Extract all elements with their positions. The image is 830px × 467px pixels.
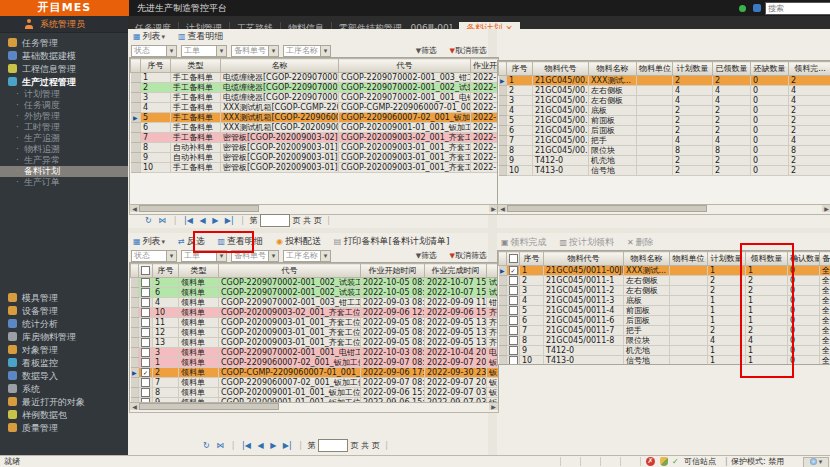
chevron-down-icon[interactable]: ▾: [320, 251, 330, 261]
row-checkbox[interactable]: [509, 276, 518, 285]
column-header[interactable]: 还缺数量: [751, 62, 789, 76]
tab-2[interactable]: 工艺路线: [229, 22, 280, 29]
row-checkbox[interactable]: [509, 356, 518, 365]
table-row[interactable]: 10T413-0信号地2202: [499, 166, 830, 176]
table-row[interactable]: 9T412-0机壳地2202: [499, 156, 830, 166]
row-checkbox[interactable]: [141, 358, 150, 367]
table-row[interactable]: 13领料单CGOP-202009003-01_001_齐套工位_LLD_0012…: [131, 338, 499, 348]
filter-select-1[interactable]: 工单▾: [181, 45, 227, 57]
sidebar-item-6[interactable]: 数据导入: [0, 370, 128, 383]
tab-1[interactable]: 计划管理: [178, 22, 229, 29]
sidebar-item-5[interactable]: ·任务调度: [0, 100, 128, 111]
table-row[interactable]: 421GC045/0011-3底板110全: [499, 296, 830, 306]
row-checkbox[interactable]: ✓: [141, 368, 150, 377]
table-row[interactable]: 3手工备料单电缆缠绕器[CGOP-2209070002-...CGOP-2209…: [131, 93, 499, 103]
table-row[interactable]: 521GC045/0011-4前面板110全: [499, 306, 830, 316]
prev-page-icon[interactable]: ◀: [257, 441, 263, 450]
refresh-icon[interactable]: ↻: [145, 216, 152, 225]
scroll-left-icon[interactable]: ◀: [130, 403, 139, 410]
chevron-down-icon[interactable]: ▾: [320, 46, 330, 56]
column-header[interactable]: 类型: [179, 264, 219, 278]
picking-order-hscrollbar[interactable]: ◀▶: [129, 402, 499, 413]
filter-cancel-button[interactable]: ▼取消筛选: [448, 44, 489, 58]
table-row[interactable]: 821GC045/00...限位块8808: [499, 146, 830, 156]
sidebar-item-4[interactable]: 对象管理: [0, 344, 128, 357]
tab-3[interactable]: 物料信息: [280, 22, 331, 29]
table-row[interactable]: 3领料单CGOP-2209070002-001_001_电钳工位_LL...20…: [131, 348, 499, 358]
row-checkbox[interactable]: ✓: [509, 266, 518, 275]
scroll-left-icon[interactable]: ◀: [130, 205, 139, 212]
select-all-checkbox[interactable]: [507, 252, 520, 266]
column-header[interactable]: 作业完成时间: [425, 264, 487, 278]
table-row[interactable]: 2手工备料单电缆缠绕器[CGOP-2209070002-...CGOP-2209…: [131, 83, 499, 93]
column-header[interactable]: 物料名称: [589, 62, 637, 76]
column-header[interactable]: 序号: [153, 264, 179, 278]
scroll-left-icon[interactable]: ◀: [498, 205, 507, 212]
row-checkbox[interactable]: [509, 316, 518, 325]
filter-cancel-button[interactable]: ▼取消筛选: [448, 250, 489, 262]
sidebar-item-7[interactable]: 系统: [0, 383, 128, 396]
page-input[interactable]: [260, 214, 290, 227]
table-row[interactable]: 321GC045/00...左右侧板4404: [499, 96, 830, 106]
sidebar-item-11[interactable]: ·备料计划: [0, 166, 128, 177]
sidebar-item-3[interactable]: 库房物料管理: [0, 331, 128, 344]
tab-5[interactable]: 备料计划×: [459, 22, 520, 29]
scroll-thumb[interactable]: [139, 403, 279, 410]
table-row[interactable]: 8自动补料单密管板[CGOP-202009003-01]分解CGOP-20200…: [131, 143, 499, 153]
filter-select-2[interactable]: 备料单号▾: [231, 250, 279, 262]
column-header[interactable]: 作业开始时间: [471, 59, 499, 73]
tab-4[interactable]: 零部件结构管理...006Ⅲ-00]: [331, 22, 459, 29]
table-row[interactable]: 721GC045/00...把手4404: [499, 136, 830, 146]
filter-select-2[interactable]: 备料单号▾: [231, 45, 279, 57]
sidebar-item-4[interactable]: ·计划管理: [0, 89, 128, 100]
row-checkbox[interactable]: [141, 278, 150, 287]
prev-page-icon[interactable]: ◀: [199, 216, 205, 225]
table-row[interactable]: ▶121GC045/00...XXX测试...2202: [499, 76, 830, 86]
last-page-icon[interactable]: ▶|: [283, 441, 292, 450]
filter-select-0[interactable]: 状态▾: [131, 45, 177, 57]
column-header[interactable]: 代号: [219, 264, 361, 278]
table-row[interactable]: 9自动补料单密管板[CGOP-202009003-01]分解CGOP-20200…: [131, 153, 499, 163]
table-row[interactable]: 10手工备料单密管板[CGOP-202009003-01]分解CGOP-2020…: [131, 163, 499, 173]
row-checkbox[interactable]: [509, 336, 518, 345]
column-header[interactable]: 确认数量: [788, 252, 820, 266]
table-row[interactable]: 4领料单CGOP-2209070002-001_003_钳工工位_LL...20…: [131, 298, 499, 308]
column-header[interactable]: 备: [820, 252, 830, 266]
list-view-button[interactable]: ▦列表▾: [131, 30, 167, 44]
chevron-down-icon[interactable]: ▾: [216, 251, 226, 261]
table-row[interactable]: 621GC045/0011-6后面板110全: [499, 316, 830, 326]
table-row[interactable]: 7手工备料单密管板[CGOP-202009003-02]分解CGOP-20200…: [131, 133, 499, 143]
filter-select-3[interactable]: 工序名称▾: [283, 45, 331, 57]
filter-select-1[interactable]: 工单▾: [181, 250, 227, 262]
row-checkbox[interactable]: [141, 288, 150, 297]
last-page-icon[interactable]: ▶|: [225, 216, 234, 225]
view-detail-button[interactable]: ▥查看明细: [176, 30, 226, 43]
sidebar-item-0[interactable]: 任务管理: [0, 37, 128, 50]
table-row[interactable]: 621GC045/00...后面板2202: [499, 126, 830, 136]
chevron-down-icon[interactable]: ▾: [268, 46, 278, 56]
column-header[interactable]: 类型: [171, 59, 221, 73]
row-checkbox[interactable]: [509, 326, 518, 335]
sidebar-item-3[interactable]: 生产过程管理: [0, 76, 128, 89]
row-checkbox[interactable]: [141, 388, 150, 397]
row-checkbox[interactable]: [141, 308, 150, 317]
filter-apply-button[interactable]: ▼筛选: [414, 250, 439, 262]
table-row[interactable]: 10领料单CGOP-202009003-02_001_齐套工位_LLD_0012…: [131, 308, 499, 318]
sidebar-item-2[interactable]: 统计分析: [0, 318, 128, 331]
table-row[interactable]: 8领料单CGOP-202009001-01_001_钣加工位_LLD_00220…: [131, 388, 499, 398]
select-all-checkbox[interactable]: [139, 264, 153, 278]
chevron-down-icon[interactable]: ▾: [268, 251, 278, 261]
chevron-down-icon[interactable]: ▾: [166, 251, 176, 261]
row-checkbox[interactable]: [141, 378, 150, 387]
sidebar-item-8[interactable]: 最近打开的对象: [0, 396, 128, 409]
column-header[interactable]: 作业开始时间: [361, 264, 425, 278]
scroll-thumb[interactable]: [139, 205, 259, 212]
table-row[interactable]: ▶✓2领料单CGOP-CGMP-2209060007-01_001_钣加工...…: [131, 368, 499, 378]
sidebar-item-10[interactable]: ·生产异常: [0, 155, 128, 166]
sidebar-item-7[interactable]: ·工时管理: [0, 122, 128, 133]
column-header[interactable]: 物料名称: [624, 252, 670, 266]
horizontal-splitter[interactable]: [128, 228, 830, 233]
table-row[interactable]: 1领料单CGOP-2209060007-02_001_钣加工位_LLD...20…: [131, 358, 499, 368]
scroll-thumb[interactable]: [507, 205, 707, 212]
table-row[interactable]: 6手工备料单XXX测试机箱[CGOP-202009001-...CGOP-202…: [131, 123, 499, 133]
